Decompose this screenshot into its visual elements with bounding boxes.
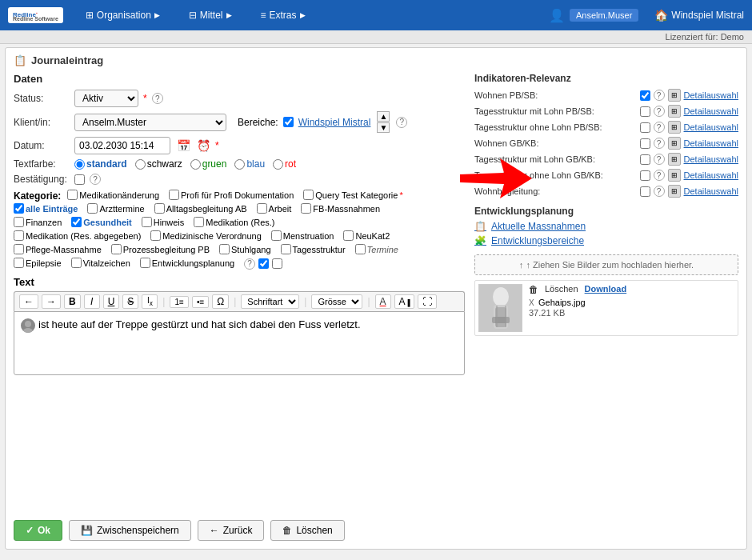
ind-grid-6[interactable]: ⊞ — [668, 185, 681, 198]
font-color-btn[interactable]: A — [375, 294, 391, 309]
kat-prozess-cb[interactable] — [111, 244, 122, 254]
kat-finanzen-label[interactable]: Finanzen — [26, 218, 62, 227]
kat-gesundheit-label[interactable]: Gesundheit — [83, 218, 132, 227]
calendar-icon[interactable]: 📅 — [177, 139, 190, 152]
ok-button[interactable]: ✓ Ok — [14, 520, 62, 541]
ordered-list-btn[interactable]: 1≡ — [170, 296, 188, 308]
kat-med-res-cb[interactable] — [194, 217, 204, 227]
kat-fb-label[interactable]: FB-Massnahmen — [313, 204, 380, 214]
strike-btn[interactable]: S — [122, 294, 138, 309]
textfarbe-gruen[interactable]: gruen — [190, 158, 227, 170]
textfarbe-rot[interactable]: rot — [273, 158, 296, 170]
kat-menstruation-label[interactable]: Menstruation — [283, 231, 334, 241]
ind-cb-5[interactable] — [640, 170, 650, 181]
textfarbe-standard[interactable]: standard — [74, 158, 127, 170]
editor-area[interactable]: ist heute auf der Treppe gestürzt und ha… — [14, 311, 465, 375]
kat-med-abgeg-label[interactable]: Medikation (Res. abgegeben) — [26, 231, 141, 241]
ind-help-3[interactable]: ? — [654, 138, 665, 149]
kat-stuhlgang-label[interactable]: Stuhlgang — [231, 245, 271, 254]
ind-help-2[interactable]: ? — [654, 122, 665, 133]
loeschen-button[interactable]: 🗑 Löschen — [270, 520, 344, 541]
ind-detail-6[interactable]: Detailauswahl — [684, 186, 738, 196]
ind-detail-3[interactable]: Detailauswahl — [684, 138, 738, 148]
ind-grid-3[interactable]: ⊞ — [668, 137, 681, 150]
kat-entw-label[interactable]: Entwicklungsplanung — [152, 258, 234, 268]
bold-btn[interactable]: B — [64, 294, 81, 309]
underline-btn[interactable]: U — [103, 294, 120, 309]
ind-detail-4[interactable]: Detailauswahl — [684, 154, 738, 164]
kat-alltags-cb[interactable] — [154, 203, 165, 214]
kat-epilepsie-label[interactable]: Epilepsie — [26, 258, 62, 268]
klient-select[interactable]: Anselm.Muster — [74, 114, 226, 131]
kat-query-label[interactable]: Query Test Kategorie — [315, 190, 398, 200]
ind-detail-5[interactable]: Detailauswahl — [684, 170, 738, 180]
nav-extras[interactable]: ≡ Extras ▶ — [254, 6, 312, 24]
kat-neukat2-label[interactable]: NeuKat2 — [355, 231, 390, 241]
nav-organisation[interactable]: ⊞ Organisation ▶ — [79, 6, 166, 24]
zwischenspeichern-button[interactable]: 💾 Zwischenspeichern — [69, 520, 191, 541]
kat-epilepsie-cb[interactable] — [14, 258, 24, 268]
ind-detail-2[interactable]: Detailauswahl — [684, 122, 738, 132]
ind-help-5[interactable]: ? — [654, 170, 665, 181]
ind-cb-2[interactable] — [640, 122, 650, 133]
entw-cb3[interactable] — [272, 258, 282, 269]
kat-med-abgeg-cb[interactable] — [14, 230, 24, 241]
kat-arbeit-cb[interactable] — [257, 203, 267, 214]
fullscreen-btn[interactable]: ⛶ — [418, 294, 437, 309]
clock-icon[interactable]: ⏰ — [197, 139, 210, 152]
datum-input[interactable] — [74, 137, 170, 154]
kat-tagesstruktur-label[interactable]: Tagesstruktur — [293, 245, 346, 254]
kat-alle-label[interactable]: alle Einträge — [26, 204, 78, 214]
kat-hinweis-cb[interactable] — [142, 217, 152, 227]
kat-arbeit-label[interactable]: Arbeit — [269, 204, 292, 214]
special-char-btn[interactable]: Ω — [212, 294, 229, 309]
ind-grid-1[interactable]: ⊞ — [668, 105, 681, 118]
textfarbe-schwarz[interactable]: schwarz — [135, 158, 182, 170]
ind-detail-1[interactable]: Detailauswahl — [684, 106, 738, 116]
aktuelle-massnahmen[interactable]: 📋 Aktuelle Massnahmen — [474, 221, 738, 232]
ind-help-0[interactable]: ? — [654, 90, 665, 101]
zurueck-button[interactable]: ← Zurück — [198, 520, 265, 541]
ind-cb-1[interactable] — [640, 106, 650, 117]
textfarbe-blau[interactable]: blau — [234, 158, 265, 170]
kat-termine-label[interactable]: Termine — [367, 245, 398, 254]
kat-profi-cb[interactable] — [169, 190, 179, 200]
kat-finanzen-cb[interactable] — [14, 217, 24, 227]
kat-tagesstruktur-cb[interactable] — [281, 244, 291, 254]
kat-med-verord-cb[interactable] — [150, 230, 161, 241]
ind-help-1[interactable]: ? — [654, 106, 665, 117]
kat-prozess-label[interactable]: Prozessbegleitung PB — [123, 245, 210, 254]
bestaetigung-help[interactable]: ? — [90, 174, 101, 185]
kat-med-verord-label[interactable]: Medizinische Verordnung — [162, 231, 262, 241]
redo-btn[interactable]: → — [42, 294, 61, 309]
kat-medikation-label[interactable]: Medikationänderung — [79, 190, 159, 200]
unordered-list-btn[interactable]: •≡ — [192, 296, 209, 308]
kat-medikation-cb[interactable] — [67, 190, 78, 200]
bereiche-help[interactable]: ? — [396, 117, 407, 128]
kat-vital-label[interactable]: Vitalzeichen — [83, 258, 130, 268]
kat-entw-cb[interactable] — [140, 258, 150, 268]
ind-grid-2[interactable]: ⊞ — [668, 121, 681, 134]
ind-help-4[interactable]: ? — [654, 154, 665, 165]
nav-mittel[interactable]: ⊟ Mittel ▶ — [182, 6, 238, 24]
ind-grid-5[interactable]: ⊞ — [668, 169, 681, 182]
download-btn[interactable]: Download — [585, 284, 627, 295]
entwicklungsbereiche[interactable]: 🧩 Entwicklungsbereiche — [474, 235, 738, 246]
font-bg-btn[interactable]: A▐ — [394, 294, 415, 309]
bereiche-checkbox[interactable] — [283, 117, 294, 127]
bestaetigung-checkbox[interactable] — [74, 174, 85, 185]
ind-cb-4[interactable] — [640, 154, 650, 165]
kat-med-res-label[interactable]: Medikation (Res.) — [206, 218, 274, 227]
upload-dropzone[interactable]: ↑ ↑ Ziehen Sie Bilder zum hochladen hier… — [474, 254, 738, 275]
kat-pflege-label[interactable]: Pflege-Massnahme — [26, 245, 102, 254]
kat-vital-cb[interactable] — [71, 258, 82, 268]
undo-btn[interactable]: ← — [19, 294, 38, 309]
kat-fb-cb[interactable] — [301, 203, 311, 214]
status-select[interactable]: Aktiv — [74, 90, 138, 107]
kat-alltags-label[interactable]: Alltagsbegleitung AB — [166, 204, 247, 214]
delete-btn[interactable]: Löschen — [545, 284, 578, 295]
kat-neukat2-cb[interactable] — [343, 230, 354, 241]
kat-hinweis-label[interactable]: Hinweis — [154, 218, 185, 227]
ind-detail-0[interactable]: Detailauswahl — [684, 90, 738, 100]
size-select[interactable]: Grösse — [311, 294, 362, 309]
